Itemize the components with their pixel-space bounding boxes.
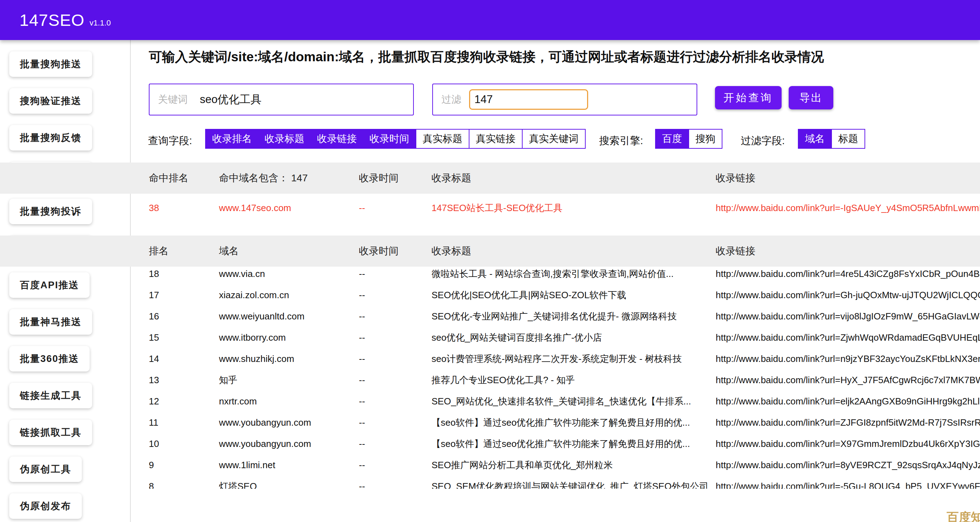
search-engine-label: 搜索引擎: [599,134,643,148]
app-version: v1.1.0 [90,18,111,28]
result-cell-domain: www.youbangyun.com [219,412,356,433]
result-cell-rank: 15 [149,327,216,348]
query-fields-label: 查询字段: [148,134,192,148]
result-cell-time: -- [359,390,429,412]
result-cell-domain: www.1limi.net [219,454,356,476]
hit-cell-rank: 38 [149,194,216,222]
query-field-option-5[interactable]: 真实链接 [469,130,522,148]
result-row-0: 18www.via.cn--微啦站长工具 - 网站综合查询,搜索引擎收录查询,网… [0,267,980,284]
result-cell-domain: www.itborry.com [219,327,356,348]
hit-header-title: 收录标题 [431,163,713,194]
result-row-5: 13知乎--推荐几个专业SEO优化工具? - 知乎http://www.baid… [0,370,980,390]
result-row-2: 16www.weiyuanltd.com--SEO优化-专业网站推广_关键词排名… [0,306,980,327]
result-cell-time: -- [359,454,429,476]
result-header-time: 收录时间 [359,235,429,267]
result-header-title: 收录标题 [431,235,713,267]
filter-field-group: 域名标题 [798,129,865,149]
result-cell-link[interactable]: http://www.baidu.com/link?url=-5Gu-L8QUG… [716,476,980,489]
result-cell-title: 【seo软件】通过seo优化推广软件功能来了解免费且好用的优... [431,433,713,454]
result-cell-time: -- [359,306,429,327]
hit-cell-link[interactable]: http://www.baidu.com/link?url=-IgSAUeY_y… [716,194,980,222]
filter-input-wrapper: 过滤 147 [432,84,697,116]
hit-cell-title: 147SEO站长工具-SEO优化工具 [431,194,713,222]
result-header-domain: 域名 [219,235,356,267]
main-content: 可输入关键词/site:域名/domain:域名，批量抓取百度搜狗收录链接，可通… [0,0,980,522]
query-field-option-2[interactable]: 收录链接 [311,130,363,148]
result-cell-title: seo优化_网站关键词百度排名推广-优小店 [431,327,713,348]
result-cell-link[interactable]: http://www.baidu.com/link?url=8yVE9RCZT_… [716,454,980,476]
result-cell-rank: 13 [149,370,216,390]
keyword-input-value: seo优化工具 [200,92,261,107]
result-cell-domain: 灯塔SEO [219,476,356,489]
result-cell-time: -- [359,433,429,454]
filter-input[interactable]: 147 [469,89,588,110]
app-title: 147SEO [19,10,85,30]
hit-header-domain: 命中域名包含： 147 [219,163,356,194]
result-row-1: 17xiazai.zol.com.cn--SEO优化|SEO优化工具|网站SEO… [0,284,980,306]
result-cell-rank: 10 [149,433,216,454]
result-cell-link[interactable]: http://www.baidu.com/link?url=Gh-juQOxMt… [716,284,980,306]
result-cell-time: -- [359,476,429,489]
filter-field-option-1[interactable]: 标题 [831,130,864,148]
result-cell-link[interactable]: http://www.baidu.com/link?url=X97GmmJrem… [716,433,980,454]
watermark-baidu-zhidao: 百度知道 [947,509,980,522]
query-field-option-6[interactable]: 真实关键词 [522,130,585,148]
result-cell-domain: www.weiyuanltd.com [219,306,356,327]
result-cell-rank: 8 [149,476,216,489]
hit-table-header: 命中排名 命中域名包含： 147 收录时间 收录标题 收录链接 [0,163,980,194]
result-cell-link[interactable]: http://www.baidu.com/link?url=4re5L43iCZ… [716,267,980,284]
hit-header-link: 收录链接 [716,163,980,194]
export-button[interactable]: 导出 [789,86,833,109]
result-cell-title: 【seo软件】通过seo优化推广软件功能来了解免费且好用的优... [431,412,713,433]
query-field-option-3[interactable]: 收录时间 [363,130,415,148]
search-engine-option-1[interactable]: 搜狗 [689,130,722,148]
result-cell-domain: 知乎 [219,370,356,390]
hit-header-rank: 命中排名 [149,163,216,194]
result-cell-link[interactable]: http://www.baidu.com/link?url=n9jzYBF32a… [716,348,980,370]
result-cell-rank: 17 [149,284,216,306]
result-row-10: 8灯塔SEO--SEO_SEM优化教程培训与网站关键词优化_推广_灯塔SEO外包… [0,476,980,489]
result-cell-link[interactable]: http://www.baidu.com/link?url=vijo8lJgIO… [716,306,980,327]
result-cell-domain: www.youbangyun.com [219,433,356,454]
result-cell-domain: xiazai.zol.com.cn [219,284,356,306]
filter-field-label: 过滤字段: [741,134,785,148]
result-cell-link[interactable]: http://www.baidu.com/link?url=ZJFGI8zpnf… [716,412,980,433]
result-cell-domain: www.shuzhikj.com [219,348,356,370]
result-cell-time: -- [359,267,429,284]
filter-input-value: 147 [474,93,493,106]
hit-header-time: 收录时间 [359,163,429,194]
hit-cell-time: -- [359,194,429,222]
result-cell-rank: 12 [149,390,216,412]
search-engine-group: 百度搜狗 [655,129,722,149]
result-row-8: 10www.youbangyun.com--【seo软件】通过seo优化推广软件… [0,433,980,454]
result-cell-domain: www.via.cn [219,267,356,284]
result-cell-rank: 11 [149,412,216,433]
page-title: 可输入关键词/site:域名/domain:域名，批量抓取百度搜狗收录链接，可通… [149,48,824,66]
result-header-rank: 排名 [149,235,216,267]
result-cell-link[interactable]: http://www.baidu.com/link?url=eljk2AAngG… [716,390,980,412]
result-cell-title: SEO优化|SEO优化工具|网站SEO-ZOL软件下载 [431,284,713,306]
query-field-option-1[interactable]: 收录标题 [258,130,311,148]
result-cell-title: 推荐几个专业SEO优化工具? - 知乎 [431,370,713,390]
result-cell-rank: 14 [149,348,216,370]
result-row-6: 12nxrtr.com--SEO_网站优化_快速排名软件_关键词排名_快速优化【… [0,390,980,412]
search-engine-option-0[interactable]: 百度 [656,130,689,148]
result-cell-time: -- [359,348,429,370]
app-header: 147SEO v1.1.0 [0,0,980,40]
keyword-input-label: 关键词 [158,93,188,106]
keyword-input[interactable]: 关键词 seo优化工具 [149,84,414,116]
result-cell-title: SEO_SEM优化教程培训与网站关键词优化_推广_灯塔SEO外包公司 [431,476,713,489]
result-row-9: 9www.1limi.net--SEO推广网站分析工具和单页优化_郑州粒米htt… [0,454,980,476]
query-field-option-0[interactable]: 收录排名 [206,130,258,148]
query-field-option-4[interactable]: 真实标题 [415,130,469,148]
hit-table-row: 38 www.147seo.com -- 147SEO站长工具-SEO优化工具 … [0,194,980,222]
hit-cell-domain: www.147seo.com [219,194,356,222]
result-table-header: 排名 域名 收录时间 收录标题 收录链接 [0,235,980,267]
result-row-4: 14www.shuzhikj.com--seo计费管理系统-网站程序二次开发-系… [0,348,980,370]
result-cell-link[interactable]: http://www.baidu.com/link?url=HyX_J7F5Af… [716,370,980,390]
result-table-body[interactable]: 18www.via.cn--微啦站长工具 - 网站综合查询,搜索引擎收录查询,网… [0,267,980,489]
result-cell-time: -- [359,412,429,433]
start-query-button[interactable]: 开始查询 [715,86,781,109]
result-cell-link[interactable]: http://www.baidu.com/link?url=ZjwhWqoWRd… [716,327,980,348]
filter-field-option-0[interactable]: 域名 [799,130,831,148]
